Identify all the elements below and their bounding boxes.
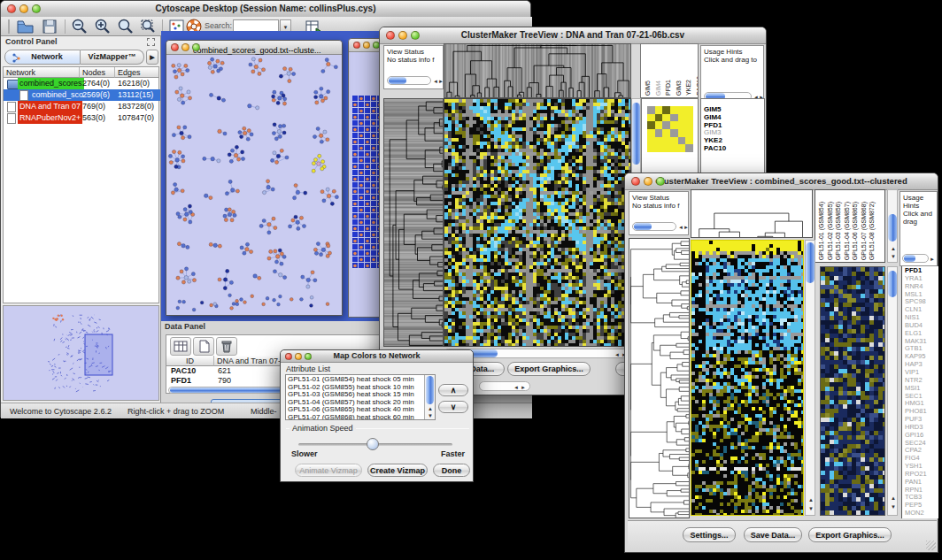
matrix-cell[interactable] [662,114,670,122]
network-table-row[interactable]: combined_sco2569(6)13112(15) [4,89,160,101]
close-icon[interactable] [386,31,395,40]
matrix-cell[interactable] [685,114,693,122]
matrix-cell[interactable] [670,144,678,152]
view-status-hscrollbar[interactable] [632,222,676,231]
row-dendrogram[interactable] [629,238,690,518]
save-session-button[interactable] [40,18,59,35]
minimize-icon[interactable] [181,43,189,51]
scrollbar-thumb[interactable] [904,255,915,262]
zoom-window-icon[interactable] [192,43,200,51]
scrollbar-thumb[interactable] [888,214,897,242]
network-table-row[interactable]: combined_scores2764(0)16218(0) [4,78,160,89]
scrollbar-thumb[interactable] [806,242,815,283]
network-table-row[interactable]: DNA and Tran 07769(0)183728(0) [4,101,160,112]
slider-thumb[interactable] [367,438,379,450]
scroll-down-arrow-icon[interactable]: ▼ [891,504,896,510]
column-header-network[interactable]: Network [4,67,80,78]
scroll-up-arrow-icon[interactable]: ▲ [891,246,896,251]
row-dendrogram[interactable] [383,98,444,347]
tab-network[interactable]: Network [4,50,81,65]
matrix-cell[interactable] [678,129,686,137]
save-data-button[interactable]: Save Data... [744,527,802,542]
matrix-cell[interactable] [678,144,686,152]
matrix-cell[interactable] [655,114,663,122]
matrix-cell[interactable] [655,121,663,129]
global-heatmap[interactable] [444,98,631,347]
animate-vizmap-button[interactable]: Animate Vizmap [295,464,362,477]
create-vizmap-button[interactable]: Create Vizmap [367,464,428,477]
scrollbar-thumb[interactable] [426,376,434,404]
correlation-matrix[interactable] [647,106,693,152]
float-panel-icon[interactable] [147,38,155,46]
scroll-right-arrow-icon[interactable]: ► [930,257,935,262]
network-graph-canvas[interactable] [167,56,341,315]
scroll-left-arrow-icon[interactable]: ◄ [614,352,620,357]
minimize-icon[interactable] [19,4,28,13]
cytoscape-titlebar[interactable]: Cytoscape Desktop (Session Name: collins… [1,1,530,18]
matrix-cell[interactable] [678,114,686,122]
matrix-cell[interactable] [685,121,693,129]
scroll-down-arrow-icon[interactable]: ▼ [808,506,814,511]
matrix-cell[interactable] [678,137,686,145]
column-dendrogram[interactable] [691,189,813,238]
move-down-button[interactable]: ∨ [438,401,468,413]
scrollbar-thumb[interactable] [632,103,640,165]
matrix-cell[interactable] [685,129,693,137]
matrix-cell[interactable] [670,129,678,137]
network-table-row[interactable]: RNAPuberNov2+563(0)107847(0) [4,112,160,124]
zoom-out-button[interactable] [70,18,89,35]
new-attribute-icon[interactable] [193,337,214,356]
column-dendrogram[interactable] [444,43,631,98]
treeview1-titlebar[interactable]: ClusterMaker TreeView : DNA and Tran 07-… [380,27,766,44]
column-header-edges[interactable]: Edges [115,67,158,78]
matrix-cell[interactable] [670,106,678,114]
zoom-selected-button[interactable] [139,18,158,35]
tab-vizmapper[interactable]: VizMapper™ [81,50,144,65]
close-icon[interactable] [7,4,16,13]
search-input[interactable] [233,19,279,32]
matrix-cell[interactable] [647,106,655,114]
zoom-window-icon[interactable] [32,4,41,13]
matrix-cell[interactable] [647,137,655,145]
scroll-left-arrow-icon[interactable]: ◄ [513,385,519,390]
view-status-hscrollbar[interactable] [387,76,431,85]
matrix-cell[interactable] [647,129,655,137]
close-icon[interactable] [285,353,292,360]
move-up-button[interactable]: ∧ [438,384,468,396]
scroll-up-arrow-icon[interactable]: ▲ [808,497,814,502]
scroll-right-arrow-icon[interactable]: ► [521,385,526,390]
export-graphics-button[interactable]: Export Graphics... [507,362,591,376]
zoom-window-icon[interactable] [656,177,665,186]
settings-button[interactable]: Settings... [683,527,736,542]
tab-overflow-button[interactable]: ▶ [146,50,158,65]
gene-label[interactable]: MON2 [905,510,938,518]
zoom-fit-button[interactable] [116,18,135,35]
minimize-icon[interactable] [644,177,652,186]
scroll-down-arrow-icon[interactable]: ▼ [891,254,896,259]
matrix-cell[interactable] [670,114,678,122]
close-icon[interactable] [171,43,179,51]
global-heatmap[interactable] [691,240,804,516]
matrix-cell[interactable] [662,121,670,129]
matrix-cell[interactable] [670,137,678,145]
matrix-cell[interactable] [685,144,693,152]
scrollbar-thumb[interactable] [888,271,897,297]
zoom-panel-hscrollbar[interactable]: ◄ ► [479,381,530,391]
data-column-id[interactable]: ID [166,356,214,366]
attribute-item[interactable]: GPL51-07 (GSM868) heat shock 60 min [288,414,422,420]
zoom-in-button[interactable] [93,18,112,35]
done-button[interactable]: Done [433,464,470,477]
matrix-cell[interactable] [662,106,670,114]
treeview2-titlebar[interactable]: ClusterMaker TreeView : combined_scores_… [625,173,938,190]
matrix-cell[interactable] [655,129,663,137]
scroll-right-arrow-icon[interactable]: ► [683,225,689,230]
delete-attribute-trash-icon[interactable] [216,337,237,356]
birdseye-panel[interactable] [3,305,159,401]
usage-hints-hscrollbar[interactable] [902,254,929,263]
column-labels-vscrollbar[interactable]: ▲ ▼ [887,189,898,263]
open-session-button[interactable] [15,18,35,35]
scroll-down-arrow-icon[interactable]: ▼ [428,413,433,418]
attribute-listbox[interactable]: GPL51-01 (GSM854) heat shock 05 minGPL51… [285,374,436,420]
minimize-icon[interactable] [398,31,407,40]
gene-label[interactable]: PAC10 [704,145,764,153]
